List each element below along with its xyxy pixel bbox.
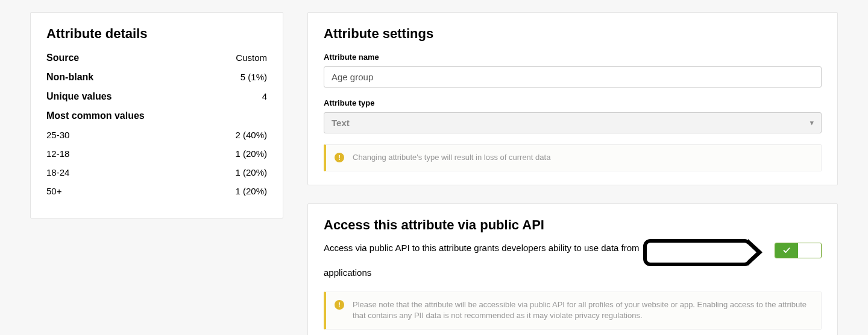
api-access-card: Access this attribute via public API Acc… xyxy=(307,203,838,335)
exclamation-icon: ! xyxy=(335,153,344,162)
attribute-settings-card: Attribute settings Attribute name Attrib… xyxy=(307,12,838,185)
api-warning-text: Please note that the attribute will be a… xyxy=(353,299,813,322)
common-value-label: 25-30 xyxy=(46,130,69,140)
unique-label: Unique values xyxy=(46,91,112,102)
api-desc-prefix: Access via public API to this attribute … xyxy=(324,241,640,255)
attribute-type-value: Text xyxy=(332,118,350,128)
nonblank-label: Non-blank xyxy=(46,72,93,83)
check-icon xyxy=(783,247,790,254)
api-desc-suffix: applications xyxy=(324,266,371,279)
attribute-details-card: Attribute details Source Custom Non-blan… xyxy=(30,12,283,219)
source-value: Custom xyxy=(236,53,267,63)
details-source-row: Source Custom xyxy=(46,53,267,63)
common-value-label: 50+ xyxy=(46,186,61,196)
common-value-count: 1 (20%) xyxy=(235,186,267,196)
common-value-label: 12-18 xyxy=(46,148,69,159)
settings-heading: Attribute settings xyxy=(324,26,822,42)
common-value-count: 1 (20%) xyxy=(235,167,267,177)
attribute-type-label: Attribute type xyxy=(324,98,822,107)
redacted-annotation-icon xyxy=(643,239,752,266)
type-warning-text: Changing attribute's type will result in… xyxy=(353,152,550,164)
api-access-toggle[interactable] xyxy=(775,243,822,258)
chevron-down-icon: ▾ xyxy=(810,119,814,127)
unique-value: 4 xyxy=(262,91,267,101)
details-heading: Attribute details xyxy=(46,26,267,42)
attribute-type-select[interactable]: Text ▾ xyxy=(324,112,822,133)
nonblank-value: 5 (1%) xyxy=(241,72,267,82)
common-values-heading: Most common values xyxy=(46,110,267,121)
api-heading: Access this attribute via public API xyxy=(324,217,822,233)
api-description: Access via public API to this attribute … xyxy=(324,241,763,279)
common-value-row: 18-24 1 (20%) xyxy=(46,167,267,177)
toggle-on-side xyxy=(775,243,798,258)
common-value-row: 25-30 2 (40%) xyxy=(46,130,267,140)
common-value-count: 1 (20%) xyxy=(235,148,267,159)
toggle-off-side xyxy=(798,243,821,258)
details-nonblank-row: Non-blank 5 (1%) xyxy=(46,72,267,83)
attribute-name-input[interactable] xyxy=(324,66,822,88)
attribute-name-label: Attribute name xyxy=(324,53,822,62)
details-unique-row: Unique values 4 xyxy=(46,91,267,102)
source-label: Source xyxy=(46,53,79,63)
common-value-label: 18-24 xyxy=(46,167,69,177)
common-value-count: 2 (40%) xyxy=(235,130,267,140)
type-change-warning: ! Changing attribute's type will result … xyxy=(324,144,822,171)
common-value-row: 12-18 1 (20%) xyxy=(46,148,267,159)
api-pii-warning: ! Please note that the attribute will be… xyxy=(324,292,822,330)
common-value-row: 50+ 1 (20%) xyxy=(46,186,267,196)
exclamation-icon: ! xyxy=(335,300,344,310)
